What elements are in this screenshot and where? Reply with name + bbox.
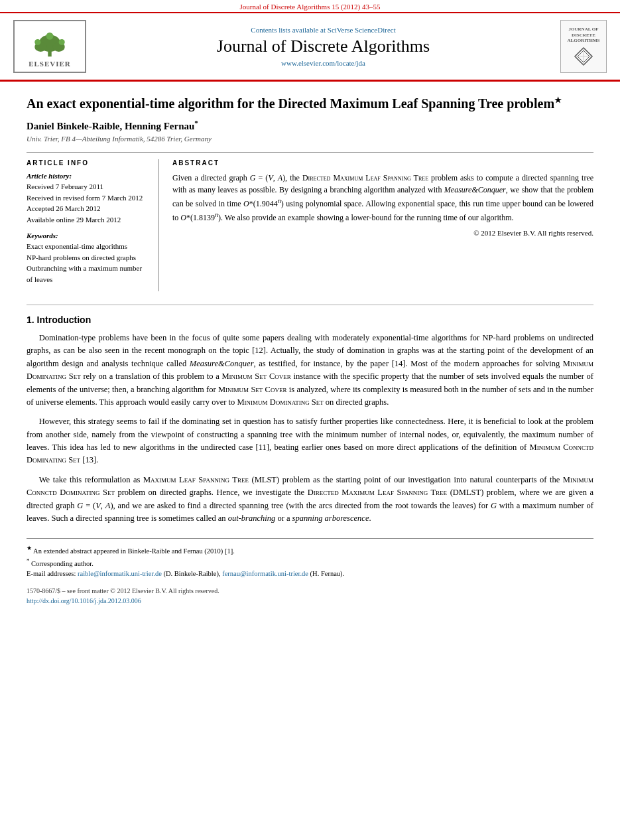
sciverse-link[interactable]: Contents lists available at SciVerse Sci… bbox=[93, 26, 554, 34]
article-columns: ARTICLE INFO Article history: Received 7… bbox=[27, 152, 593, 291]
section-divider bbox=[27, 305, 593, 305]
abstract-text: Given a directed graph G = (V, A), the D… bbox=[172, 172, 593, 224]
keywords-label: Keywords: bbox=[27, 232, 149, 240]
email2-link[interactable]: fernau@informatik.uni-trier.de bbox=[222, 570, 308, 577]
keywords-section: Keywords: Exact exponential-time algorit… bbox=[27, 232, 149, 285]
journal-citation: Journal of Discrete Algorithms 15 (2012)… bbox=[239, 3, 380, 11]
available: Available online 29 March 2012 bbox=[27, 214, 149, 226]
article-info-heading: ARTICLE INFO bbox=[27, 159, 149, 167]
journal-url[interactable]: www.elsevier.com/locate/jda bbox=[93, 59, 554, 67]
section1-heading: 1. Introduction bbox=[27, 315, 593, 325]
elsevier-tree-svg bbox=[27, 25, 73, 58]
copyright-text: © 2012 Elsevier B.V. All rights reserved… bbox=[172, 229, 593, 237]
affiliation: Univ. Trier, FB 4—Abteilung Informatik, … bbox=[27, 135, 593, 143]
footnote-corresponding: * Corresponding author. bbox=[27, 557, 593, 569]
section1-para1: Domination-type problems have been in th… bbox=[27, 332, 593, 409]
section1-title: Introduction bbox=[37, 315, 92, 325]
footnote-emails: E-mail addresses: raible@informatik.uni-… bbox=[27, 569, 593, 579]
paper-title-text: An exact exponential-time algorithm for … bbox=[27, 96, 554, 111]
section1-number: 1. bbox=[27, 315, 34, 325]
jda-logo-box: JOURNAL OF DISCRETE ALGORITHMS bbox=[560, 20, 607, 73]
jda-logo-right: JOURNAL OF DISCRETE ALGORITHMS bbox=[554, 20, 607, 73]
authors-text: Daniel Binkele-Raible, Henning Fernau bbox=[27, 121, 194, 131]
jda-diamond-svg bbox=[574, 46, 593, 66]
article-info-panel: ARTICLE INFO Article history: Received 7… bbox=[27, 159, 159, 291]
article-history-section: Article history: Received 7 February 201… bbox=[27, 172, 149, 225]
history-label: Article history: bbox=[27, 172, 149, 180]
authors-line: Daniel Binkele-Raible, Henning Fernau* bbox=[27, 119, 593, 132]
doi-bar: 1570-8667/$ – see front matter © 2012 El… bbox=[27, 586, 593, 606]
footnote-section: ★ An extended abstract appeared in Binke… bbox=[27, 538, 593, 605]
footnote-star: ★ An extended abstract appeared in Binke… bbox=[27, 544, 593, 556]
journal-name-heading: Journal of Discrete Algorithms bbox=[93, 36, 554, 56]
jda-logo-title: JOURNAL OF DISCRETE ALGORITHMS bbox=[561, 27, 606, 43]
received1: Received 7 February 2011 bbox=[27, 181, 149, 192]
keyword2: NP-hard problems on directed graphs bbox=[27, 252, 149, 263]
doi-link[interactable]: http://dx.doi.org/10.1016/j.jda.2012.03.… bbox=[27, 597, 141, 604]
svg-point-5 bbox=[59, 39, 65, 45]
journal-center: Contents lists available at SciVerse Sci… bbox=[93, 26, 554, 67]
paper-title-star: ★ bbox=[554, 96, 562, 105]
journal-header: ELSEVIER Contents lists available at Sci… bbox=[0, 13, 620, 82]
paper-title: An exact exponential-time algorithm for … bbox=[27, 91, 593, 112]
section1-para3: We take this reformulation as Maximum Le… bbox=[27, 474, 593, 525]
email1-link[interactable]: raible@informatik.uni-trier.de bbox=[78, 570, 162, 577]
keyword3: Outbranching with a maximum number of le… bbox=[27, 263, 149, 285]
keyword1: Exact exponential-time algorithms bbox=[27, 241, 149, 252]
main-content: An exact exponential-time algorithm for … bbox=[0, 82, 620, 619]
svg-point-4 bbox=[34, 39, 40, 45]
accepted: Accepted 26 March 2012 bbox=[27, 203, 149, 214]
abstract-panel: ABSTRACT Given a directed graph G = (V, … bbox=[172, 159, 593, 291]
authors-star: * bbox=[194, 119, 198, 127]
elsevier-logo-box: ELSEVIER bbox=[13, 20, 86, 73]
section1-para2: However, this strategy seems to fail if … bbox=[27, 415, 593, 467]
received-revised: Received in revised form 7 March 2012 bbox=[27, 192, 149, 204]
elsevier-text-label: ELSEVIER bbox=[29, 60, 71, 68]
abstract-heading: ABSTRACT bbox=[172, 159, 593, 167]
elsevier-logo-area: ELSEVIER bbox=[13, 20, 93, 73]
journal-top-bar: Journal of Discrete Algorithms 15 (2012)… bbox=[0, 0, 620, 13]
svg-point-6 bbox=[46, 33, 54, 40]
